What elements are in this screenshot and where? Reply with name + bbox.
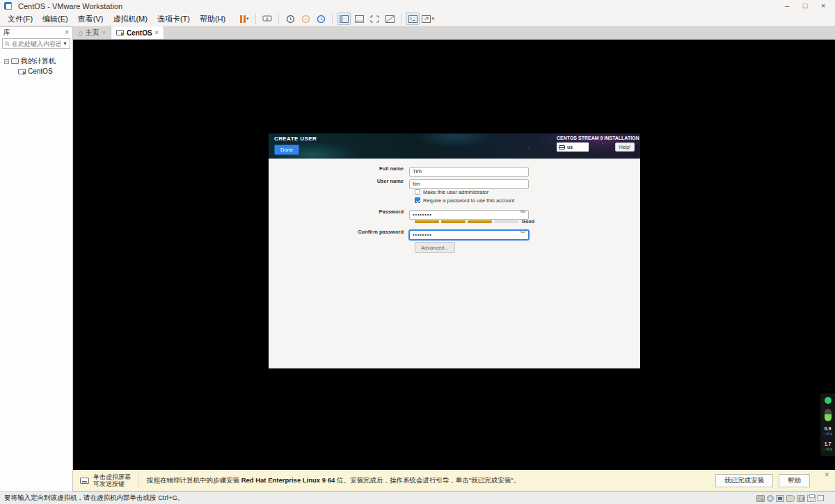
menu-tabs[interactable]: 选项卡(T) xyxy=(152,13,195,26)
admin-checkbox-label: Make this user administrator xyxy=(423,189,488,195)
vmware-logo-icon xyxy=(4,2,12,10)
usb-icon[interactable] xyxy=(797,495,805,502)
cdrom-icon[interactable] xyxy=(767,495,774,502)
device-status-icons xyxy=(756,495,824,502)
menu-view[interactable]: 查看(V) xyxy=(73,13,109,26)
show-password-icon[interactable] xyxy=(520,229,526,234)
computer-icon xyxy=(11,58,19,64)
maximize-button[interactable]: □ xyxy=(797,1,813,11)
done-button[interactable]: Done xyxy=(274,145,299,155)
menu-edit[interactable]: 编辑(E) xyxy=(38,13,73,26)
vm-icon xyxy=(116,30,124,35)
library-title: 库 xyxy=(3,28,10,38)
easy-install-hint-bar: 单击虚拟屏幕 可发送按键 按照在物理计算机中的步骤安装 Red Hat Ente… xyxy=(73,470,835,491)
user-name-label: User name xyxy=(269,178,409,184)
confirm-password-input[interactable] xyxy=(409,230,529,240)
user-name-input[interactable] xyxy=(409,179,529,189)
tree-item-label: CentOS xyxy=(28,67,53,75)
download-unit: ↓ K/s xyxy=(823,447,832,452)
vm-display[interactable]: CREATE USER Done CENTOS STREAM 9 INSTALL… xyxy=(73,40,835,470)
screen-title: CREATE USER xyxy=(274,136,317,142)
finished-installing-button[interactable]: 我已完成安装 xyxy=(715,474,773,487)
collapse-icon[interactable]: − xyxy=(4,59,9,64)
tree-item-label: 我的计算机 xyxy=(21,56,56,66)
hint-close-icon[interactable]: ✕ xyxy=(824,471,829,478)
tab-home-label: 主页 xyxy=(86,28,100,38)
suspend-pause-icon[interactable]: ▾ xyxy=(237,13,251,25)
ctrl-alt-del-icon[interactable] xyxy=(260,13,274,25)
monitor-overlay-widget[interactable]: 0.9 ↑ K/s 1.7 ↓ K/s xyxy=(820,393,835,456)
hard-disk-icon[interactable] xyxy=(756,495,765,502)
expand-display-icon[interactable]: ▾ xyxy=(421,13,435,25)
menu-help[interactable]: 帮助(H) xyxy=(195,13,230,26)
upload-unit: ↑ K/s xyxy=(823,432,832,437)
installer-body: Full name User name Make this user admin… xyxy=(269,158,640,368)
download-speed: 1.7 xyxy=(823,441,832,447)
tree-item-my-computer[interactable]: − 我的计算机 xyxy=(0,56,72,67)
close-button[interactable]: × xyxy=(816,1,831,11)
search-input[interactable] xyxy=(12,40,61,47)
hint-tip-line1: 单击虚拟屏幕 xyxy=(93,473,131,480)
help-button[interactable]: Help! xyxy=(615,143,635,152)
menu-vm[interactable]: 虚拟机(M) xyxy=(108,13,152,26)
keyboard-layout-indicator[interactable]: us xyxy=(557,143,589,152)
library-search[interactable]: ▼ xyxy=(2,38,70,49)
menu-bar: 文件(F) 编辑(E) 查看(V) 虚拟机(M) 选项卡(T) 帮助(H) ▾ xyxy=(0,12,835,26)
search-dropdown-icon[interactable]: ▼ xyxy=(63,41,67,46)
console-view-icon[interactable] xyxy=(406,13,420,25)
require-password-checkbox-row[interactable]: Require a password to use this account xyxy=(415,197,640,204)
admin-checkbox-row[interactable]: Make this user administrator xyxy=(415,188,640,195)
password-input[interactable] xyxy=(409,210,529,220)
password-strength-bar: Good xyxy=(415,219,534,224)
tab-home[interactable]: ⌂ 主页 × xyxy=(73,26,111,39)
capsule-indicator-icon xyxy=(825,409,832,421)
unity-mode-icon[interactable] xyxy=(383,13,397,25)
revert-snapshot-icon[interactable] xyxy=(299,13,312,25)
snapshot-manager-icon[interactable] xyxy=(314,13,328,25)
installer-header: CREATE USER Done CENTOS STREAM 9 INSTALL… xyxy=(269,133,640,158)
hint-tip-line2: 可发送按键 xyxy=(93,480,125,487)
hint-help-button[interactable]: 帮助 xyxy=(779,474,810,487)
show-thumbnail-bar-icon[interactable] xyxy=(352,13,366,25)
show-password-icon[interactable] xyxy=(520,209,526,213)
keyboard-layout-label: us xyxy=(567,145,573,149)
take-snapshot-icon[interactable] xyxy=(283,13,297,25)
printer-icon[interactable] xyxy=(807,495,816,502)
advanced-button[interactable]: Advanced... xyxy=(415,242,455,253)
library-tree: − 我的计算机 CentOS xyxy=(0,56,72,76)
library-panel: 库 × ▼ − 我的计算机 CentOS xyxy=(0,26,73,491)
tab-strip: ⌂ 主页 × CentOS × xyxy=(73,26,835,40)
search-icon xyxy=(5,41,10,47)
show-library-icon[interactable] xyxy=(337,13,351,25)
status-message: 要将输入定向到该虚拟机，请在虚拟机内部单击或按 Ctrl+G。 xyxy=(4,494,184,503)
require-password-label: Require a password to use this account xyxy=(423,197,514,204)
restore-size-icon[interactable] xyxy=(818,495,824,501)
upload-speed: 0.9 xyxy=(823,426,832,432)
home-icon: ⌂ xyxy=(78,29,83,37)
sound-icon[interactable] xyxy=(786,495,795,502)
tab-home-close-icon[interactable]: × xyxy=(102,29,106,36)
password-strength-label: Good xyxy=(522,219,534,224)
tab-centos[interactable]: CentOS × xyxy=(111,26,164,39)
password-label: Password xyxy=(269,209,409,215)
keyboard-icon xyxy=(559,145,565,149)
tree-item-centos[interactable]: CentOS xyxy=(0,67,72,76)
fullscreen-icon[interactable] xyxy=(367,13,381,25)
easy-install-message: 按照在物理计算机中的步骤安装 Red Hat Enterprise Linux … xyxy=(147,476,520,485)
minimize-button[interactable]: – xyxy=(779,1,795,11)
title-bar: CentOS - VMware Workstation – □ × xyxy=(0,0,835,12)
menu-file[interactable]: 文件(F) xyxy=(3,13,38,26)
anaconda-create-user-screen: CREATE USER Done CENTOS STREAM 9 INSTALL… xyxy=(269,133,640,368)
library-close-icon[interactable]: × xyxy=(65,29,69,36)
confirm-password-label: Confirm password xyxy=(269,229,409,235)
status-bar: 要将输入定向到该虚拟机，请在虚拟机内部单击或按 Ctrl+G。 xyxy=(0,491,835,504)
admin-checkbox[interactable] xyxy=(415,189,420,195)
tab-centos-label: CentOS xyxy=(127,29,152,37)
network-adapter-icon[interactable] xyxy=(776,495,784,502)
window-title: CentOS - VMware Workstation xyxy=(18,2,122,10)
full-name-input[interactable] xyxy=(409,167,529,177)
status-dot-icon xyxy=(825,397,832,404)
require-password-checkbox[interactable] xyxy=(415,197,420,203)
tab-centos-close-icon[interactable]: × xyxy=(155,29,159,36)
full-name-label: Full name xyxy=(269,165,409,172)
